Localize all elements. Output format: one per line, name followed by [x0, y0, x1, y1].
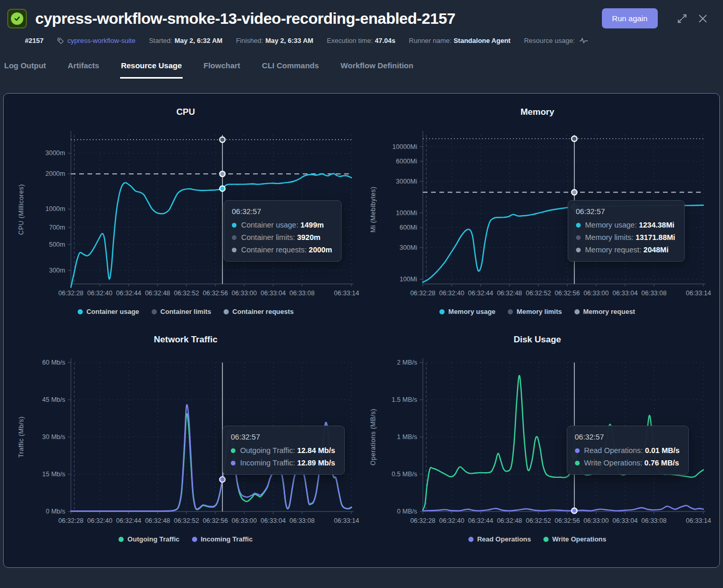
svg-text:06:32:28: 06:32:28	[410, 517, 435, 524]
close-icon[interactable]	[695, 11, 711, 26]
memory-chart-legend: Memory usageMemory limitsMemory request	[439, 308, 635, 315]
svg-text:0 Mb/s: 0 Mb/s	[46, 508, 66, 515]
svg-text:1.5 MB/s: 1.5 MB/s	[391, 396, 417, 403]
svg-text:3000Mi: 3000Mi	[396, 178, 417, 185]
disk-usage-chart-legend: Read OperationsWrite Operations	[468, 535, 607, 543]
legend-item[interactable]: Container requests	[224, 308, 293, 315]
network-traffic-chart-title: Network Traffic	[154, 335, 217, 345]
workflow-suite-link[interactable]: cypress-workflow-suite	[57, 37, 135, 44]
legend-dot-icon	[224, 309, 229, 314]
svg-text:06:33:04: 06:33:04	[261, 290, 286, 297]
meta-started: Started:May 2, 6:32 AM	[149, 37, 223, 44]
tab-artifacts[interactable]: Artifacts	[67, 58, 100, 79]
svg-text:1000Mi: 1000Mi	[396, 209, 417, 217]
network-traffic-chart: Network Traffic 0 Mb/s15 Mb/s30 Mb/s45 M…	[10, 327, 362, 559]
tab-workflow-definition[interactable]: Workflow Definition	[340, 58, 415, 79]
tooltip-row: Outgoing Traffic: 12.84 Mb/s	[231, 446, 335, 455]
legend-item[interactable]: Container usage	[78, 308, 139, 315]
legend-item[interactable]: Incoming Traffic	[192, 535, 253, 543]
svg-text:6000Mi: 6000Mi	[396, 158, 417, 165]
meta-execution-time: Execution time:47.04s	[327, 37, 395, 44]
cpu-chart-title: CPU	[176, 107, 195, 117]
cpu-chart-legend: Container usageContainer limitsContainer…	[78, 308, 294, 315]
legend-item[interactable]: Write Operations	[543, 535, 607, 543]
network-traffic-chart-tooltip: 06:32:57Outgoing Traffic: 12.84 Mb/sInco…	[223, 426, 345, 475]
svg-text:06:32:44: 06:32:44	[468, 290, 493, 297]
svg-text:2000m: 2000m	[46, 170, 65, 177]
svg-text:06:32:28: 06:32:28	[58, 290, 84, 297]
tooltip-row: Read Operations: 0.01 MB/s	[575, 446, 680, 455]
tooltip-time: 06:32:57	[575, 433, 680, 441]
memory-chart-title: Memory	[521, 107, 554, 117]
svg-text:Traffic (Mb/s): Traffic (Mb/s)	[18, 416, 25, 458]
legend-item[interactable]: Memory request	[574, 308, 635, 315]
tooltip-row: Memory usage: 1234.38Mi	[576, 221, 675, 229]
svg-text:06:33:14: 06:33:14	[334, 290, 360, 297]
svg-text:1000m: 1000m	[46, 205, 65, 213]
tooltip-time: 06:32:57	[576, 207, 675, 216]
page-title: cypress-workflow-smoke-13-video-recordin…	[35, 10, 602, 27]
svg-text:06:33:08: 06:33:08	[290, 517, 315, 524]
tab-cli-commands[interactable]: CLI Commands	[261, 58, 320, 79]
svg-text:06:32:28: 06:32:28	[410, 290, 435, 297]
resource-usage-panel: CPU 300m500m700m1000m2000m3000m06:32:280…	[3, 93, 720, 568]
cpu-chart: CPU 300m500m700m1000m2000m3000m06:32:280…	[10, 100, 362, 327]
svg-text:06:33:04: 06:33:04	[612, 517, 638, 524]
network-traffic-chart-legend: Outgoing TrafficIncoming Traffic	[119, 535, 253, 543]
tooltip-series-dot-icon	[575, 461, 580, 465]
tooltip-series-dot-icon	[232, 235, 237, 240]
tab-flowchart[interactable]: Flowchart	[202, 58, 241, 79]
legend-item[interactable]: Memory limits	[508, 308, 562, 315]
legend-item[interactable]: Memory usage	[439, 308, 495, 315]
memory-chart-tooltip: 06:32:57Memory usage: 1234.38MiMemory li…	[568, 200, 685, 262]
run-number: #2157	[25, 37, 43, 44]
legend-item[interactable]: Read Operations	[468, 535, 531, 543]
svg-text:3000m: 3000m	[46, 149, 65, 157]
tooltip-row: Container usage: 1499m	[232, 221, 332, 229]
svg-text:06:32:44: 06:32:44	[116, 517, 142, 524]
disk-usage-chart-tooltip: 06:32:57Read Operations: 0.01 MB/sWrite …	[567, 426, 689, 475]
legend-dot-icon	[192, 537, 197, 542]
svg-text:06:33:04: 06:33:04	[261, 517, 286, 524]
legend-item[interactable]: Container limits	[152, 308, 211, 315]
legend-dot-icon	[468, 537, 474, 542]
svg-text:Operations (MB/s): Operations (MB/s)	[370, 409, 377, 465]
tab-log-output[interactable]: Log Output	[3, 58, 47, 79]
disk-usage-chart: Disk Usage 0 MB/s0.5 MB/s1 MB/s1.5 MB/s2…	[362, 327, 714, 559]
svg-text:06:32:40: 06:32:40	[87, 290, 113, 297]
tooltip-row: Memory request: 2048Mi	[576, 246, 675, 254]
svg-text:300m: 300m	[49, 267, 65, 274]
svg-text:06:33:00: 06:33:00	[583, 517, 609, 524]
svg-text:CPU (Millicores): CPU (Millicores)	[18, 184, 25, 235]
workflow-tag-icon	[57, 37, 64, 44]
legend-item[interactable]: Outgoing Traffic	[119, 535, 179, 543]
disk-usage-chart-title: Disk Usage	[513, 335, 561, 345]
svg-text:60 Mb/s: 60 Mb/s	[42, 359, 65, 366]
run-again-button[interactable]: Run again	[602, 8, 658, 28]
svg-text:2 MB/s: 2 MB/s	[397, 359, 417, 366]
tooltip-series-dot-icon	[576, 235, 581, 240]
expand-icon[interactable]	[674, 11, 690, 26]
tooltip-series-dot-icon	[231, 461, 235, 465]
svg-text:06:32:56: 06:32:56	[203, 290, 228, 297]
cpu-chart-tooltip: 06:32:57Container usage: 1499mContainer …	[224, 200, 342, 262]
svg-text:0.5 MB/s: 0.5 MB/s	[391, 471, 417, 478]
status-success-icon	[7, 9, 27, 28]
memory-chart: Memory 100Mi300Mi600Mi1000Mi3000Mi6000Mi…	[362, 100, 714, 327]
svg-text:06:32:40: 06:32:40	[439, 517, 464, 524]
svg-text:06:33:14: 06:33:14	[334, 517, 360, 524]
legend-dot-icon	[78, 309, 83, 314]
tab-resource-usage[interactable]: Resource Usage	[120, 58, 183, 79]
tooltip-series-dot-icon	[576, 248, 581, 252]
svg-text:06:32:52: 06:32:52	[526, 517, 551, 524]
svg-text:30 Mb/s: 30 Mb/s	[42, 433, 65, 441]
svg-text:06:32:48: 06:32:48	[145, 290, 170, 297]
svg-text:06:33:00: 06:33:00	[583, 290, 609, 297]
svg-text:06:32:44: 06:32:44	[116, 290, 142, 297]
svg-text:06:32:52: 06:32:52	[174, 290, 199, 297]
svg-text:06:32:56: 06:32:56	[203, 517, 228, 524]
run-header: cypress-workflow-smoke-13-video-recordin…	[0, 0, 723, 32]
svg-text:06:33:14: 06:33:14	[686, 517, 711, 524]
meta-resource-usage: Resource usage:	[524, 37, 588, 44]
svg-text:06:32:28: 06:32:28	[58, 517, 84, 524]
